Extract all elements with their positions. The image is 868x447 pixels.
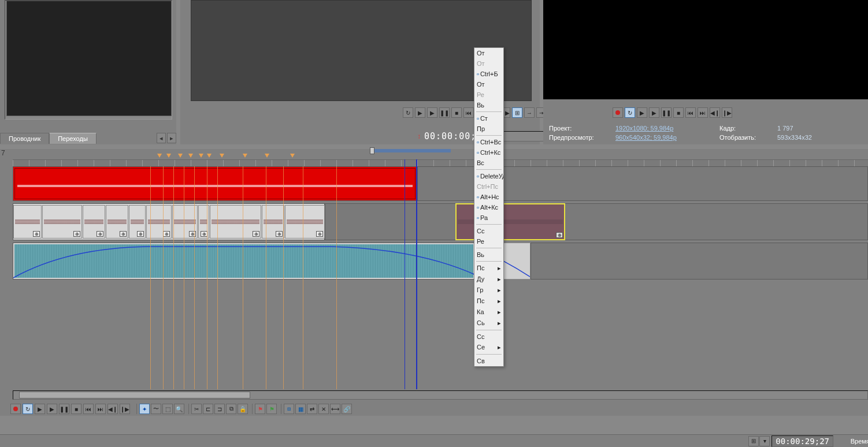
clip-fx-handle[interactable]: ⊕ [73,231,80,237]
selected-clip-handle[interactable]: ⊕ [556,232,563,238]
clip-fx-handle[interactable]: ⊕ [163,231,170,237]
tl-record-icon[interactable] [10,404,21,414]
video-track-2-empty[interactable] [325,203,868,240]
video-clip[interactable]: ⊕ [83,205,105,239]
playhead-cursor[interactable] [416,159,417,389]
menu-item[interactable]: Сь▸ [474,318,503,329]
menu-item[interactable]: ▫DeleteУд [474,171,503,181]
project-value[interactable]: 1920x1080; 59,984p [615,125,719,132]
ripple-edit-icon[interactable]: ⟷ [330,404,340,414]
selection-tool-icon[interactable]: ⬚ [162,404,173,414]
clip-fx-handle[interactable]: ⊕ [120,231,127,237]
tl-stop-icon[interactable]: ■ [71,404,81,414]
menu-item[interactable]: Сс [474,331,503,342]
timeline-marker[interactable] [207,154,212,158]
preview-prevf-icon[interactable]: ◀❙ [710,107,720,118]
autocross-icon[interactable]: ✕ [318,404,329,414]
menu-item[interactable]: Пс▸ [474,296,503,307]
zoom-tool-icon[interactable]: 🔍 [174,404,184,414]
tl-end-icon[interactable]: ⏭ [95,404,106,414]
split-icon[interactable]: ⧉ [226,404,236,414]
video-clip[interactable]: ⊕ [13,205,42,239]
play-from-start-icon[interactable]: ▶ [427,107,437,118]
preview-end-icon[interactable]: ⏭ [698,107,708,118]
menu-item[interactable]: Вь [474,249,503,260]
play-icon[interactable]: ▶ [415,107,425,118]
tl-pause-icon[interactable]: ❚❚ [59,404,69,414]
timeline-marker[interactable] [157,154,162,158]
preview-pause-icon[interactable]: ❚❚ [661,107,672,118]
menu-item[interactable]: Гр▸ [474,285,503,296]
preview-stop-icon[interactable]: ■ [673,107,684,118]
cut-icon[interactable]: ✂ [191,404,202,414]
status-btn2[interactable]: ▾ [759,436,770,446]
stop-icon[interactable]: ■ [451,107,462,118]
menu-item[interactable]: ▫Ctrl+Вс [474,137,503,147]
autoripple-icon[interactable]: ⇄ [307,404,317,414]
video-clip[interactable]: ⊕ [106,205,128,239]
selected-clip[interactable]: ⊕ [455,203,565,240]
go-start-icon[interactable]: ⏮ [463,107,474,118]
lock-env-icon[interactable]: 🔗 [342,404,352,414]
tab-prev[interactable]: ◂ [157,133,166,143]
audio-track[interactable] [13,243,475,280]
marker2-icon[interactable]: ⚑ [266,404,277,414]
tl-nextf-icon[interactable]: ❙▶ [120,404,130,414]
zoom-thumb[interactable] [370,147,374,154]
add-media-icon[interactable]: ⊞ [512,107,522,118]
timeline-marker[interactable] [188,154,193,158]
timeline-marker[interactable] [166,154,171,158]
menu-item[interactable]: ▫Ра [474,213,503,223]
clip-fx-handle[interactable]: ⊕ [276,231,283,237]
tab-transitions[interactable]: Переходы [49,133,97,144]
tl-start-icon[interactable]: ⏮ [83,404,94,414]
timeline-scroll-thumb[interactable] [19,392,250,398]
timeline-marker[interactable] [290,154,295,158]
menu-item[interactable]: Св [474,356,503,366]
timeline-marker[interactable] [178,154,183,158]
video-track-2[interactable]: ⊕⊕⊕⊕⊕⊕⊕⊕⊕⊕⊕ [13,203,325,240]
preview-start-icon[interactable]: ⏮ [685,107,696,118]
pause-icon[interactable]: ❚❚ [439,107,450,118]
video-track-1[interactable] [13,166,417,201]
video-clip[interactable]: ⊕ [262,205,284,239]
track1-clip[interactable] [14,168,416,199]
trim-start-icon[interactable]: ⊏ [203,404,213,414]
marker-icon[interactable]: ⚑ [255,404,265,414]
tl-play-icon[interactable]: ▶ [35,404,45,414]
preview-play-icon[interactable]: ▶ [637,107,647,118]
menu-item[interactable]: Пр [474,124,503,134]
quantize-icon[interactable]: ▦ [295,404,306,414]
clip-fx-handle[interactable]: ⊕ [316,231,323,237]
menu-item[interactable]: ▫Ctrl+Кс [474,147,503,158]
tab-explorer[interactable]: Проводник [0,133,49,144]
zoom-slider[interactable] [370,149,451,152]
snap-icon[interactable]: ⧈ [284,404,294,414]
audio-track-empty[interactable] [531,243,868,280]
menu-item[interactable]: Се▸ [474,342,503,353]
lock-icon[interactable]: 🔒 [238,404,248,414]
preview-nextf-icon[interactable]: ❙▶ [722,107,732,118]
clip-fx-handle[interactable]: ⊕ [253,231,259,237]
timeline-marker[interactable] [243,154,247,158]
menu-item[interactable]: ▫Ст [474,113,503,124]
menu-item[interactable]: ▫Alt+Кс [474,202,503,213]
video-clip[interactable]: ⊕ [129,205,146,239]
clip-fx-handle[interactable]: ⊕ [189,231,196,237]
menu-item[interactable]: Вс [474,158,503,168]
loop-icon[interactable]: ↻ [403,107,413,118]
video-clip[interactable]: ⊕ [198,205,209,239]
menu-item[interactable]: ▫Ctrl+Б [474,69,503,79]
clip-fx-handle[interactable]: ⊕ [97,231,103,237]
trim-end-icon[interactable]: ⊐ [214,404,225,414]
menu-item[interactable]: Ре [474,236,503,247]
envelope-tool-icon[interactable]: 〜 [151,404,161,414]
record-icon[interactable] [613,107,623,118]
menu-item[interactable]: От [474,79,503,90]
menu-item[interactable]: Ка▸ [474,307,503,318]
clip-fx-handle[interactable]: ⊕ [137,231,144,237]
status-btn1[interactable]: ⊞ [748,436,759,446]
menu-item[interactable]: От [474,48,503,58]
tab-next[interactable]: ▸ [167,133,176,143]
preview-value[interactable]: 960x540x32; 59,984p [615,134,719,141]
